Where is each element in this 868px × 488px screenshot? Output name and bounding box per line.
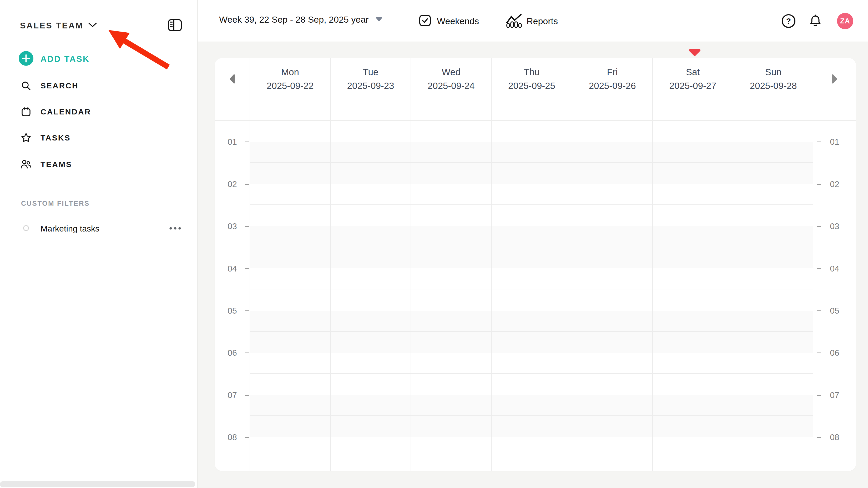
hour-label-left: 08	[215, 431, 250, 443]
star-icon	[21, 132, 32, 143]
reports-label: Reports	[527, 16, 558, 26]
hour-label-left: 06	[215, 347, 250, 359]
chevron-down-icon	[88, 22, 97, 29]
sidebar-item-tasks[interactable]: TASKS	[21, 131, 70, 145]
hour-tick	[817, 310, 821, 311]
panel-layout-icon	[168, 28, 182, 32]
hour-tick	[245, 184, 249, 185]
filter-item-label: Marketing tasks	[40, 224, 99, 234]
day-name: Sat	[686, 66, 700, 79]
topbar: Week 39, 22 Sep - 28 Sep, 2025 year Week…	[198, 0, 868, 42]
day-name: Sun	[765, 66, 781, 79]
week-selector-label: Week 39, 22 Sep - 28 Sep, 2025 year	[219, 14, 369, 25]
notifications-button[interactable]	[808, 14, 823, 28]
hour-tick	[817, 142, 821, 142]
weekends-label: Weekends	[437, 16, 479, 26]
arrow-left-icon	[229, 74, 236, 84]
day-date: 2025-09-28	[750, 80, 797, 92]
hour-tick	[817, 395, 821, 396]
hour-tick	[817, 184, 821, 185]
sidebar-item-calendar[interactable]: CALENDAR	[21, 105, 91, 119]
user-avatar[interactable]: ZA	[837, 13, 853, 29]
hour-label-left: 04	[215, 263, 250, 274]
prev-week-button[interactable]	[215, 58, 250, 100]
day-header: Wed 2025-09-24	[411, 58, 491, 100]
sidebar-item-label: TASKS	[40, 133, 70, 142]
current-day-marker-icon	[688, 49, 701, 57]
day-name: Fri	[607, 66, 618, 79]
next-week-button[interactable]	[813, 58, 856, 100]
day-header: Thu 2025-09-25	[492, 58, 572, 100]
team-switcher[interactable]: SALES TEAM	[20, 20, 97, 32]
day-header: Tue 2025-09-23	[331, 58, 411, 100]
sidebar-collapse-button[interactable]	[168, 19, 182, 32]
add-task-button[interactable]: ADD TASK	[19, 52, 90, 66]
day-name: Mon	[281, 66, 299, 79]
sidebar-item-label: SEARCH	[40, 81, 79, 90]
hour-label-left: 07	[215, 389, 250, 401]
checkbox-checked-icon	[419, 14, 431, 28]
sidebar-item-label: CALENDAR	[40, 107, 91, 116]
hour-tick	[817, 353, 821, 353]
filter-color-dot-icon	[23, 225, 29, 232]
hour-tick	[245, 353, 249, 353]
hour-label-left: 02	[215, 178, 250, 190]
hour-tick	[245, 437, 249, 438]
day-date: 2025-09-26	[589, 80, 636, 92]
day-header: Sun 2025-09-28	[733, 58, 813, 100]
more-horizontal-icon	[168, 226, 182, 231]
reports-button[interactable]: Reports	[505, 13, 558, 29]
question-circle-icon: ?	[781, 25, 796, 29]
chart-icon	[505, 13, 523, 29]
day-header: Mon 2025-09-22	[250, 58, 330, 100]
day-name: Wed	[442, 66, 460, 79]
hour-tick	[245, 395, 249, 396]
day-header: Fri 2025-09-26	[572, 58, 652, 100]
hour-tick	[245, 226, 249, 227]
sidebar-item-teams[interactable]: TEAMS	[21, 158, 72, 171]
day-date: 2025-09-25	[508, 80, 555, 92]
weekends-toggle[interactable]: Weekends	[419, 14, 479, 28]
caret-down-icon	[375, 17, 383, 23]
filter-options-button[interactable]	[168, 224, 183, 234]
search-icon	[21, 80, 32, 91]
day-date: 2025-09-22	[267, 80, 313, 92]
hour-tick	[817, 268, 821, 269]
day-date: 2025-09-24	[427, 80, 474, 92]
hour-label-left: 03	[215, 220, 250, 232]
arrow-right-icon	[831, 74, 838, 84]
day-header: Sat 2025-09-27	[653, 58, 733, 100]
sidebar: SALES TEAM ADD TASK	[0, 0, 198, 488]
hour-tick	[817, 226, 821, 227]
day-date: 2025-09-27	[669, 80, 716, 92]
grid-first-line	[215, 120, 856, 121]
plus-circle-icon	[19, 51, 33, 67]
users-icon	[21, 159, 32, 170]
hour-tick	[245, 310, 249, 311]
hour-label-left: 01	[215, 136, 250, 148]
team-name: SALES TEAM	[20, 21, 83, 31]
calendar-icon	[21, 106, 32, 117]
custom-filters-heading: CUSTOM FILTERS	[21, 200, 90, 208]
sidebar-item-label: TEAMS	[40, 160, 72, 169]
header-divider	[215, 100, 856, 100]
hour-tick	[817, 437, 821, 438]
bell-icon	[808, 25, 823, 29]
sidebar-item-search[interactable]: SEARCH	[21, 79, 79, 93]
day-date: 2025-09-23	[347, 80, 394, 92]
day-name: Thu	[524, 66, 539, 79]
sidebar-horizontal-scrollbar[interactable]	[0, 481, 195, 487]
filter-item-marketing-tasks[interactable]: Marketing tasks	[23, 222, 99, 236]
help-button[interactable]: ?	[781, 14, 796, 28]
calendar-card: Mon 2025-09-22 Tue 2025-09-23 Wed 2025-0…	[215, 58, 856, 471]
add-task-label: ADD TASK	[40, 54, 90, 64]
hour-label-left: 05	[215, 305, 250, 316]
day-name: Tue	[363, 66, 378, 79]
svg-text:?: ?	[786, 17, 791, 25]
hour-tick	[245, 268, 249, 269]
week-selector-dropdown[interactable]: Week 39, 22 Sep - 28 Sep, 2025 year	[219, 14, 383, 25]
hour-tick	[245, 142, 249, 142]
